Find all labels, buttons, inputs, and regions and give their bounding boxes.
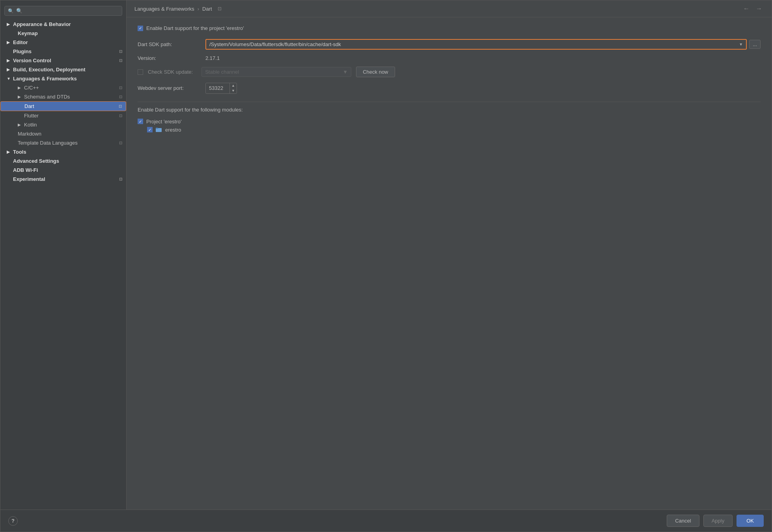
project-checkbox[interactable] <box>138 119 143 124</box>
divider <box>138 102 761 102</box>
sdk-path-label: Dart SDK path: <box>138 41 201 47</box>
svg-rect-1 <box>156 128 158 129</box>
action-buttons: Cancel Apply OK <box>667 515 764 527</box>
dialog-body: 🔍 ▶ Appearance & Behavior Keymap ▶ Edito… <box>0 0 772 510</box>
flutter-badge: ⊡ <box>119 113 122 118</box>
modules-section: Enable Dart support for the following mo… <box>138 107 761 134</box>
sdk-path-row: Dart SDK path: /System/Volumes/Data/flut… <box>138 39 761 50</box>
schemas-badge: ⊡ <box>119 95 122 99</box>
ok-button[interactable]: OK <box>737 515 764 527</box>
check-sdk-label: Check SDK update: <box>148 69 193 75</box>
help-button[interactable]: ? <box>8 516 18 526</box>
version-value: 2.17.1 <box>205 55 220 61</box>
chevron-down-icon: ▼ <box>7 76 11 81</box>
erestro-module-item: erestro <box>138 126 761 134</box>
port-value[interactable]: 53322 <box>206 84 229 93</box>
check-sdk-row: Check SDK update: Stable channel ▼ Check… <box>138 67 761 77</box>
search-icon: 🔍 <box>8 8 14 14</box>
sidebar-item-appearance-behavior[interactable]: ▶ Appearance & Behavior <box>0 20 126 29</box>
sidebar-item-dart[interactable]: Dart ⊡ <box>0 101 126 111</box>
sidebar-item-build[interactable]: ▶ Build, Execution, Deployment <box>0 65 126 74</box>
chevron-icon: ▶ <box>7 40 11 45</box>
vc-badge: ⊡ <box>119 58 122 63</box>
sidebar-item-keymap[interactable]: Keymap <box>0 29 126 38</box>
channel-dropdown-arrow: ▼ <box>343 69 348 75</box>
chevron-icon: ▶ <box>18 95 22 99</box>
sidebar-item-cpp[interactable]: ▶ C/C++ ⊡ <box>0 83 126 92</box>
webdev-label: Webdev server port: <box>138 85 201 91</box>
sdk-path-container: /System/Volumes/Data/fluttersdk/flutter/… <box>205 39 761 50</box>
sidebar: 🔍 ▶ Appearance & Behavior Keymap ▶ Edito… <box>0 0 127 510</box>
sidebar-item-advanced-settings[interactable]: Advanced Settings <box>0 156 126 166</box>
apply-button[interactable]: Apply <box>703 515 733 527</box>
port-spinner: 53322 ▲ ▼ <box>205 83 237 94</box>
svg-rect-2 <box>158 129 162 132</box>
nav-forward-arrow[interactable]: → <box>754 4 764 13</box>
chevron-icon: ▶ <box>18 86 22 90</box>
sidebar-item-version-control[interactable]: ▶ Version Control ⊡ <box>0 56 126 65</box>
sidebar-item-plugins[interactable]: Plugins ⊡ <box>0 47 126 56</box>
breadcrumb-parent: Languages & Frameworks <box>134 6 194 12</box>
sdk-path-dropdown[interactable]: /System/Volumes/Data/fluttersdk/flutter/… <box>205 39 747 50</box>
dropdown-arrow-icon: ▼ <box>739 42 743 47</box>
sidebar-item-schemas[interactable]: ▶ Schemas and DTDs ⊡ <box>0 92 126 101</box>
channel-value: Stable channel <box>205 69 239 75</box>
sidebar-item-markdown[interactable]: Markdown <box>0 129 126 138</box>
spinner-arrows: ▲ ▼ <box>229 83 237 93</box>
cpp-badge: ⊡ <box>119 86 122 90</box>
modules-title: Enable Dart support for the following mo… <box>138 107 761 113</box>
bottom-bar: ? Cancel Apply OK <box>0 510 772 532</box>
project-module-item: Project 'erestro' <box>138 117 761 126</box>
breadcrumb-current: Dart <box>202 6 212 12</box>
erestro-label: erestro <box>165 127 181 133</box>
version-label: Version: <box>138 55 201 61</box>
enable-dart-label: Enable Dart support for the project 'ere… <box>146 25 244 31</box>
settings-dialog: 🔍 ▶ Appearance & Behavior Keymap ▶ Edito… <box>0 0 772 532</box>
experimental-badge: ⊡ <box>119 177 122 181</box>
chevron-icon: ▶ <box>7 22 11 26</box>
breadcrumb-separator: › <box>198 6 199 12</box>
check-now-button[interactable]: Check now <box>356 67 395 77</box>
main-content: Languages & Frameworks › Dart ⊡ ← → Enab… <box>127 0 772 510</box>
sidebar-item-kotlin[interactable]: ▶ Kotlin <box>0 120 126 129</box>
chevron-icon: ▶ <box>7 150 11 154</box>
plugins-badge: ⊡ <box>119 49 122 54</box>
sidebar-item-experimental[interactable]: Experimental ⊡ <box>0 175 126 184</box>
sdk-path-value: /System/Volumes/Data/fluttersdk/flutter/… <box>209 41 737 47</box>
channel-dropdown[interactable]: Stable channel ▼ <box>201 67 351 77</box>
breadcrumb-icon: ⊡ <box>218 6 222 11</box>
ellipsis-button[interactable]: ... <box>749 40 761 49</box>
sidebar-item-editor[interactable]: ▶ Editor <box>0 38 126 47</box>
chevron-icon: ▶ <box>7 58 11 63</box>
sidebar-item-languages-frameworks[interactable]: ▼ Languages & Frameworks <box>0 74 126 83</box>
project-label: Project 'erestro' <box>146 119 182 125</box>
search-box[interactable]: 🔍 <box>4 6 122 16</box>
check-sdk-checkbox[interactable] <box>138 69 143 75</box>
webdev-row: Webdev server port: 53322 ▲ ▼ <box>138 83 761 94</box>
template-badge: ⊡ <box>119 141 122 145</box>
spinner-down-arrow[interactable]: ▼ <box>230 88 237 93</box>
sidebar-item-flutter[interactable]: Flutter ⊡ <box>0 111 126 120</box>
search-input[interactable] <box>16 8 119 14</box>
version-row: Version: 2.17.1 <box>138 55 761 61</box>
dart-badge: ⊡ <box>119 104 122 108</box>
sidebar-item-adb-wifi[interactable]: ADB Wi-Fi <box>0 166 126 175</box>
chevron-icon: ▶ <box>7 67 11 72</box>
sidebar-item-template-data[interactable]: Template Data Languages ⊡ <box>0 138 126 147</box>
breadcrumb-nav: ← → <box>742 4 764 13</box>
content-area: Enable Dart support for the project 'ere… <box>127 17 772 510</box>
spinner-up-arrow[interactable]: ▲ <box>230 83 237 88</box>
chevron-icon: ▶ <box>18 123 22 127</box>
erestro-checkbox[interactable] <box>147 127 153 132</box>
nav-back-arrow[interactable]: ← <box>742 4 751 13</box>
enable-dart-row: Enable Dart support for the project 'ere… <box>138 25 761 31</box>
folder-icon <box>156 127 162 132</box>
cancel-button[interactable]: Cancel <box>667 515 699 527</box>
breadcrumb-bar: Languages & Frameworks › Dart ⊡ ← → <box>127 0 772 17</box>
enable-dart-checkbox[interactable] <box>138 26 143 31</box>
sidebar-item-tools[interactable]: ▶ Tools <box>0 147 126 156</box>
